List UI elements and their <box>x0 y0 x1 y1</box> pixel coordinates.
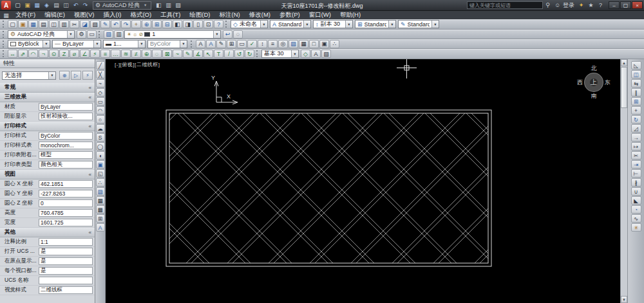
prop-value[interactable]: 是 <box>39 267 93 275</box>
redo-icon[interactable]: ↷ <box>80 1 90 10</box>
extend-icon[interactable]: ⇥ <box>631 160 641 169</box>
prop-annotation-scale[interactable]: 注释比例1:1 <box>0 237 95 247</box>
fillet-icon[interactable]: ◔ <box>631 205 641 214</box>
boundary-icon[interactable]: □ <box>309 40 319 48</box>
collapse-icon[interactable]: « <box>89 95 91 100</box>
stretch-icon[interactable]: → <box>631 133 641 142</box>
paste-icon[interactable]: ▧ <box>90 20 100 28</box>
region-icon[interactable]: ▩ <box>96 205 105 214</box>
lineweight-combo[interactable]: ▬ 1... ▾ <box>103 40 146 48</box>
blend-icon[interactable]: ∿ <box>631 214 641 223</box>
copy-icon[interactable]: ◫ <box>631 70 641 78</box>
chamfer-icon[interactable]: ◣ <box>631 196 641 205</box>
viewcube-east-label[interactable]: 东 <box>605 78 611 87</box>
prop-value[interactable]: -227.8263 <box>39 190 93 197</box>
prop-plot-style[interactable]: 打印样式ByColor <box>0 131 95 141</box>
viewcube-top-face[interactable]: 上 <box>585 73 603 91</box>
zoom-previous-icon[interactable]: ⊟ <box>162 20 172 28</box>
scrollbar-track[interactable] <box>621 109 627 296</box>
explode-icon[interactable]: ✳ <box>631 223 641 232</box>
plot-preview-icon[interactable]: ◫ <box>49 20 59 28</box>
prop-value[interactable]: 462.1851 <box>39 180 93 188</box>
plot-icon[interactable]: ▤ <box>52 1 61 10</box>
minimize-button[interactable]: – <box>609 1 620 9</box>
menu-window[interactable]: 窗口(W) <box>305 11 336 19</box>
pan-icon[interactable]: + <box>131 20 141 28</box>
polygon-icon[interactable]: ◇ <box>96 88 105 96</box>
toolbar-grip[interactable] <box>225 21 229 28</box>
layer-properties-icon[interactable]: ▧ <box>104 30 113 39</box>
redo-icon[interactable]: ↷ <box>121 20 131 28</box>
prop-value[interactable]: 投射和接收... <box>39 113 93 120</box>
break-icon[interactable]: ∦ <box>631 178 641 187</box>
toolbar-grip[interactable] <box>3 50 6 57</box>
prop-value[interactable]: 1601.725 <box>39 219 93 226</box>
table-icon[interactable]: ⊞ <box>227 40 236 48</box>
prop-material[interactable]: 材质ByLayer <box>0 102 95 112</box>
zoom-window-icon[interactable]: ⊞ <box>152 20 162 28</box>
open-icon[interactable]: ▣ <box>18 20 28 28</box>
center-mark-icon[interactable]: ◌ <box>152 50 162 58</box>
jogged-dim-icon[interactable]: Z <box>59 50 69 58</box>
layer-isolate-icon[interactable]: ◌ <box>233 30 243 39</box>
drawing-canvas[interactable]: Y X [-][俯视][二维线框] 北 西 上 东 南 <box>106 59 620 303</box>
properties-palette-icon[interactable]: ◧ <box>173 20 182 28</box>
prop-ucs-icon-on[interactable]: 打开 UCS ...是 <box>0 247 95 257</box>
prop-center-x[interactable]: 圆心 X 坐标462.1851 <box>0 179 95 189</box>
viewcube-south-label[interactable]: 南 <box>564 92 620 100</box>
edit-text-icon[interactable]: ✎ <box>216 40 226 48</box>
copy-icon[interactable]: ◪ <box>80 20 90 28</box>
field-icon[interactable]: ▭ <box>237 40 247 48</box>
prop-width[interactable]: 宽度1601.725 <box>0 218 95 228</box>
prop-center-z[interactable]: 圆心 Z 坐标0 <box>0 199 95 208</box>
prop-ucs-per-viewport[interactable]: 每个视口都...是 <box>0 266 95 276</box>
hatch-icon[interactable]: ▨ <box>289 40 298 48</box>
layers2-icon[interactable]: ▧ <box>321 50 331 58</box>
quick-dim-icon[interactable]: ⚡ <box>90 50 100 58</box>
matchprop-icon[interactable]: ✎ <box>100 20 110 28</box>
toolbar-grip[interactable] <box>3 21 6 28</box>
toolbar-grip[interactable] <box>191 41 194 48</box>
tool-palettes-icon[interactable]: ▯ <box>193 20 203 28</box>
menu-modify[interactable]: 修改(M) <box>245 11 275 19</box>
scrollbar-thumb[interactable] <box>621 67 627 108</box>
search-input[interactable] <box>467 1 543 9</box>
save-icon[interactable]: ▦ <box>32 1 42 10</box>
quickcalc-icon[interactable]: ⊡ <box>204 20 213 28</box>
scroll-down-button[interactable]: ▼ <box>621 296 627 303</box>
rectangle-icon[interactable]: ▭ <box>96 97 105 106</box>
collapse-icon[interactable]: « <box>89 172 91 178</box>
prop-value[interactable]: 1:1 <box>39 238 93 246</box>
prop-height[interactable]: 高度760.4785 <box>0 208 95 218</box>
oblique-dim-icon[interactable]: / <box>224 50 234 58</box>
prop-value[interactable]: ByLayer <box>39 103 93 111</box>
trim-icon[interactable]: ✂ <box>631 151 641 160</box>
prop-shadow-display[interactable]: 阴影显示投射和接收... <box>0 112 95 122</box>
collapse-icon[interactable]: « <box>89 230 91 235</box>
palette-title[interactable]: 特性 <box>0 59 95 68</box>
quick-select-button[interactable]: ⚡ <box>82 71 93 80</box>
inspection-icon[interactable]: ⊠ <box>162 50 172 58</box>
prop-value[interactable]: 是 <box>39 257 93 265</box>
menu-file[interactable]: 文件(F) <box>11 11 40 19</box>
collapse-icon[interactable]: « <box>89 85 91 91</box>
prop-value[interactable]: 模型 <box>39 151 93 159</box>
circle-icon[interactable]: ○ <box>96 115 105 124</box>
dim-update-icon[interactable]: ↻ <box>245 50 254 58</box>
dim-style-combo[interactable]: ↕ 副本 30 ▾ <box>313 20 353 28</box>
undo-icon[interactable]: ↶ <box>111 20 120 28</box>
color-combo[interactable]: ByBlock ▾ <box>8 40 50 48</box>
menu-draw[interactable]: 绘图(D) <box>185 11 214 19</box>
section-header-view[interactable]: 视图« <box>0 170 95 179</box>
scroll-up-button[interactable]: ▲ <box>621 59 627 66</box>
spell-check-icon[interactable]: ✓ <box>247 40 257 48</box>
mirror-icon[interactable]: ⇆ <box>631 79 641 87</box>
properties-icon[interactable]: ◧ <box>154 1 164 10</box>
linear-dim-icon[interactable]: ↔ <box>8 50 17 58</box>
menu-help[interactable]: 帮助(H) <box>336 11 365 19</box>
table-icon[interactable]: ⊞ <box>96 214 105 223</box>
arc-length-icon[interactable]: ◠ <box>28 50 38 58</box>
break-point-icon[interactable]: ⊢ <box>631 169 641 178</box>
maximize-button[interactable]: ▢ <box>620 1 631 9</box>
angular-dim-icon[interactable]: ∠ <box>80 50 90 58</box>
